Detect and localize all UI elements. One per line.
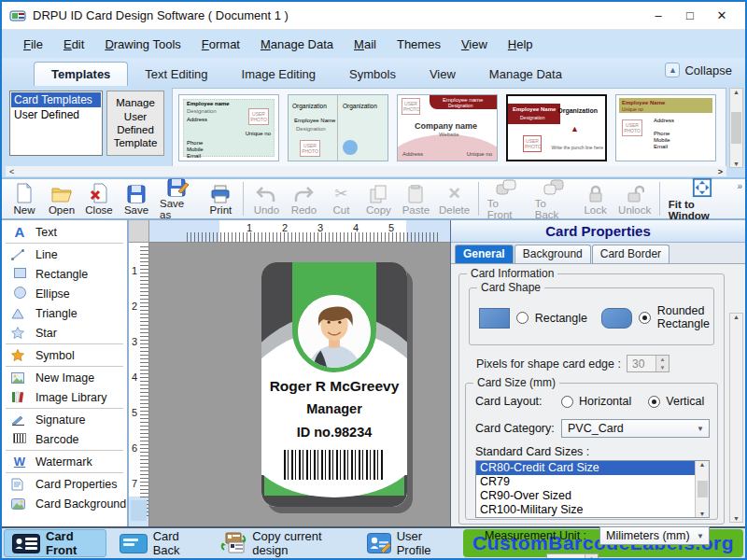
tab-card-border[interactable]: Card Border	[592, 245, 669, 263]
horizontal-radio-label[interactable]: Horizontal	[579, 395, 631, 408]
card-back-button[interactable]: Card Back	[112, 529, 208, 557]
scroll-up-icon[interactable]: ▲	[733, 314, 740, 320]
scroll-up-icon[interactable]: ▲	[699, 461, 706, 468]
tab-text-editing[interactable]: Text Editing	[128, 63, 224, 86]
menu-view[interactable]: View	[453, 34, 496, 55]
rectangle-radio-label[interactable]: Rectangle	[535, 312, 587, 325]
vertical-radio[interactable]	[648, 396, 660, 408]
rounded-rectangle-radio[interactable]	[639, 312, 651, 324]
size-option-cr79[interactable]: CR79	[476, 475, 709, 489]
sizes-list-scrollbar[interactable]: ▲ ▼	[695, 461, 709, 517]
tool-card-background[interactable]: Card Background	[2, 494, 127, 513]
scroll-up-icon[interactable]: ▲	[733, 89, 740, 95]
save-as-button[interactable]: Save as	[155, 179, 202, 218]
tool-symbol[interactable]: Symbol	[2, 345, 127, 365]
scroll-down-icon[interactable]: ▼	[733, 515, 740, 522]
vertical-radio-label[interactable]: Vertical	[666, 395, 704, 408]
template-strip-horizontal-scrollbar[interactable]: < >	[6, 166, 726, 176]
menu-format[interactable]: Format	[193, 34, 248, 55]
properties-scrollbar[interactable]: ▲ ▼	[729, 313, 743, 523]
template-category-list[interactable]: Card Templates User Defined	[9, 91, 103, 156]
scroll-down-icon[interactable]: ▼	[733, 161, 740, 167]
menu-themes[interactable]: Themes	[388, 34, 449, 55]
tab-image-editing[interactable]: Image Editing	[225, 63, 333, 86]
fit-to-window-button[interactable]: Fit to Window	[664, 179, 741, 218]
card-designation[interactable]: Manager	[261, 401, 407, 416]
redo-button[interactable]: Redo	[285, 179, 322, 218]
tab-manage-data[interactable]: Manage Data	[472, 63, 579, 86]
tool-rectangle[interactable]: Rectangle	[2, 264, 127, 284]
undo-button[interactable]: Undo	[247, 179, 285, 218]
open-button[interactable]: Open	[43, 179, 80, 218]
tab-templates[interactable]: Templates	[34, 62, 128, 86]
template-thumbnail-5[interactable]: Employee Name Unique no USER PHOTO Addre…	[615, 94, 716, 161]
tab-symbols[interactable]: Symbols	[332, 63, 413, 86]
delete-button[interactable]: ✕ Delete	[434, 179, 473, 218]
rectangle-radio[interactable]	[516, 312, 529, 324]
tool-new-image[interactable]: New Image	[2, 368, 127, 387]
tool-watermark[interactable]: WWatermark	[2, 452, 127, 471]
scroll-right-icon[interactable]: >	[718, 167, 723, 176]
template-strip-vertical-scrollbar[interactable]: ▲ ▼	[729, 88, 743, 168]
size-option-cr100[interactable]: CR100-Military Size	[476, 503, 709, 517]
cut-button[interactable]: ✂ Cut	[322, 179, 359, 218]
tab-general[interactable]: General	[455, 245, 514, 263]
rounded-rectangle-radio-label[interactable]: Rounded Rectangle	[657, 305, 710, 331]
scrollbar-thumb[interactable]	[731, 112, 741, 144]
card-front-button[interactable]: Card Front	[4, 529, 106, 557]
card-design[interactable]: Roger R McGreevy Manager ID no.98234	[261, 262, 407, 507]
menu-file[interactable]: File	[15, 34, 51, 55]
list-item-card-templates[interactable]: Card Templates	[11, 92, 101, 107]
tool-card-properties[interactable]: Card Properties	[2, 474, 127, 494]
save-button[interactable]: Save	[118, 179, 155, 218]
maximize-button[interactable]: □	[674, 4, 706, 28]
tool-barcode[interactable]: Barcode	[2, 429, 127, 449]
card-id-number[interactable]: ID no.98234	[261, 425, 407, 440]
unlock-button[interactable]: Unlock	[614, 179, 655, 218]
width-field[interactable]: 54.10 ▲▼	[546, 553, 599, 560]
spinner-buttons[interactable]: ▲▼	[585, 554, 598, 560]
user-profile-button[interactable]: User Profile	[359, 529, 458, 557]
to-front-button[interactable]: To Front	[483, 179, 530, 218]
spinner-buttons[interactable]: ▲▼	[655, 356, 669, 371]
tool-signature[interactable]: Signature	[2, 410, 127, 429]
size-option-cr90[interactable]: CR90-Over Sized	[476, 489, 709, 503]
toolbar-overflow-icon[interactable]: »	[737, 181, 742, 191]
close-document-button[interactable]: Close	[80, 179, 118, 218]
horizontal-radio[interactable]	[561, 396, 573, 408]
size-option-cr80[interactable]: CR80-Credit Card Size	[476, 461, 709, 475]
tool-star[interactable]: Star	[2, 323, 127, 343]
tab-background[interactable]: Background	[514, 245, 591, 263]
edge-pixels-field[interactable]: 30 ▲▼	[627, 355, 669, 372]
tool-text[interactable]: AText	[2, 222, 127, 242]
measurement-unit-dropdown[interactable]: Milimeters (mm) ▼	[599, 526, 710, 545]
print-button[interactable]: Print	[202, 179, 239, 218]
menu-drawing-tools[interactable]: Drawing Tools	[96, 34, 189, 55]
template-thumbnail-1[interactable]: Employee name Designation Address USER P…	[178, 94, 279, 161]
barcode-image[interactable]	[284, 450, 385, 480]
menu-help[interactable]: Help	[500, 34, 542, 55]
scroll-down-icon[interactable]: ▼	[699, 511, 706, 517]
card-workspace[interactable]: Roger R McGreevy Manager ID no.98234	[149, 243, 450, 526]
tab-view[interactable]: View	[413, 63, 472, 86]
template-thumbnail-3[interactable]: Employee name Designation USER PHOTO Com…	[397, 94, 498, 161]
tool-triangle[interactable]: Triangle	[2, 303, 127, 323]
lock-button[interactable]: Lock	[577, 179, 614, 218]
menu-mail[interactable]: Mail	[345, 34, 385, 55]
standard-card-sizes-list[interactable]: CR80-Credit Card Size CR79 CR90-Over Siz…	[475, 460, 710, 518]
minimize-button[interactable]: –	[642, 4, 674, 28]
new-button[interactable]: New	[6, 179, 43, 218]
collapse-button[interactable]: ▲ Collapse	[665, 63, 732, 77]
template-thumbnail-2[interactable]: Organization Organization Employee Name …	[288, 94, 388, 161]
tool-ellipse[interactable]: Ellipse	[2, 284, 127, 303]
list-item-user-defined[interactable]: User Defined	[11, 107, 101, 122]
manage-user-defined-template-button[interactable]: Manage User Defined Template	[106, 91, 164, 156]
close-button[interactable]: ✕	[706, 4, 738, 28]
to-back-button[interactable]: To Back	[530, 179, 577, 218]
scroll-left-icon[interactable]: <	[9, 167, 14, 176]
card-category-dropdown[interactable]: PVC_Card ▼	[561, 419, 710, 438]
employee-photo[interactable]	[298, 295, 371, 368]
menu-edit[interactable]: Edit	[55, 34, 92, 55]
paste-button[interactable]: Paste	[397, 179, 434, 218]
copy-button[interactable]: Copy	[359, 179, 397, 218]
